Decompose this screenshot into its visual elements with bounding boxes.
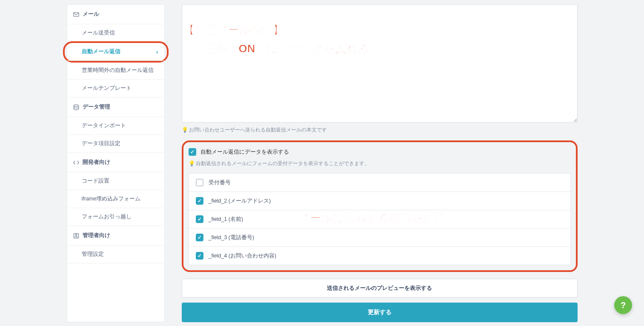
chevron-right-icon: › [156, 49, 158, 55]
nav-item-data-fields[interactable]: データ項目設定 [67, 135, 164, 153]
field-row-field2[interactable]: _field_2 (メールアドレス) [189, 192, 570, 210]
help-icon: ? [621, 300, 626, 310]
main-content: 【自動メール返信】の 「自動返信ON」にチェックを入れる 💡お問い合わせユーザー… [182, 4, 578, 322]
field-label: 受付番号 [209, 179, 231, 186]
field-checkbox[interactable] [196, 234, 203, 241]
nav-item-dev-iframe[interactable]: iframe埋め込みフォーム [67, 190, 164, 208]
nav-item-mail-afterhours[interactable]: 営業時間外の自動メール返信 [67, 62, 164, 80]
field-checkbox[interactable] [196, 252, 203, 260]
nav-item-mail-autoreply[interactable]: 自動メール返信 › [67, 43, 164, 61]
admin-icon [73, 233, 79, 239]
field-row-receipt[interactable]: 受付番号 [189, 174, 570, 192]
nav-section-label: 開発者向け [83, 159, 110, 166]
show-data-row[interactable]: 自動メール返信にデータを表示する [189, 146, 571, 157]
nav-item-data-import[interactable]: データインポート [67, 117, 164, 135]
nav-item-label: データ項目設定 [82, 140, 120, 147]
field-label: _field_3 (電話番号) [209, 234, 255, 241]
code-icon [73, 160, 79, 165]
update-button[interactable]: 更新する [182, 303, 578, 322]
field-row-field3[interactable]: _field_3 (電話番号) [189, 229, 570, 247]
bulb-icon: 💡 [182, 127, 188, 133]
nav-item-label: iframe埋め込みフォーム [82, 195, 141, 203]
nav-item-label: フォームお引っ越し [82, 213, 132, 220]
bulb-icon: 💡 [189, 160, 195, 166]
show-data-hint: 💡自動返信されるメールにフォームの受付データを表示することができます。 [189, 160, 571, 167]
show-data-label: 自動メール返信にデータを表示する [200, 148, 289, 156]
preview-button[interactable]: 送信されるメールのプレビューを表示する [182, 279, 578, 297]
help-fab[interactable]: ? [614, 296, 632, 314]
preview-button-label: 送信されるメールのプレビューを表示する [327, 285, 432, 291]
field-checkbox[interactable] [196, 215, 203, 223]
mail-icon [73, 12, 79, 17]
nav-item-label: 管理設定 [82, 251, 104, 258]
nav-section-data[interactable]: データ管理 [67, 97, 164, 117]
nav-item-label: コード設置 [82, 177, 109, 185]
fields-table: 受付番号 _field_2 (メールアドレス) _field_1 (名前) _f… [189, 173, 571, 265]
nav-section-admin[interactable]: 管理者向け [67, 226, 164, 246]
svg-point-1 [74, 105, 78, 106]
field-row-field4[interactable]: _field_4 (お問い合わせ内容) [189, 247, 570, 265]
annotation-box-fields: 自動メール返信にデータを表示する 💡自動返信されるメールにフォームの受付データを… [182, 140, 578, 272]
svg-point-3 [75, 234, 77, 235]
nav-item-mail-sendrecv[interactable]: メール送受信 [67, 24, 164, 42]
nav-item-dev-migrate[interactable]: フォームお引っ越し [67, 208, 164, 226]
nav-section-dev[interactable]: 開発者向け [67, 153, 164, 172]
autoreply-body-textarea[interactable] [182, 4, 578, 123]
show-data-hint-text: 自動返信されるメールにフォームの受付データを表示することができます。 [196, 160, 369, 166]
nav-section-label: 管理者向け [83, 232, 110, 239]
field-row-field1[interactable]: _field_1 (名前) [189, 210, 570, 229]
update-button-label: 更新する [368, 309, 392, 315]
show-data-checkbox[interactable] [189, 148, 196, 156]
nav-section-mail[interactable]: メール [67, 5, 164, 24]
nav-section-label: メール [83, 11, 99, 18]
nav-item-label: メールテンプレート [82, 85, 132, 92]
nav-item-admin-settings[interactable]: 管理設定 [67, 246, 164, 263]
nav-item-label: メール送受信 [82, 29, 115, 37]
field-label: _field_4 (お問い合わせ内容) [209, 252, 277, 260]
body-hint-text: お問い合わせユーザーへ送られる自動返信メールの本文です [189, 127, 327, 133]
nav-item-mail-templates[interactable]: メールテンプレート [67, 80, 164, 97]
field-label: _field_1 (名前) [209, 216, 243, 223]
database-icon [73, 104, 79, 110]
field-checkbox[interactable] [196, 197, 203, 205]
nav-item-label: データインポート [82, 122, 126, 129]
field-label: _field_2 (メールアドレス) [209, 197, 271, 205]
nav-item-label: 自動メール返信 [82, 48, 120, 55]
svg-rect-0 [73, 12, 79, 16]
annotation-oval-autoreply: 自動メール返信 › [63, 41, 169, 63]
field-checkbox[interactable] [196, 179, 203, 186]
nav-section-label: データ管理 [83, 103, 110, 111]
nav-item-label: 営業時間外の自動メール返信 [82, 67, 154, 74]
nav-item-dev-code[interactable]: コード設置 [67, 172, 164, 190]
body-hint: 💡お問い合わせユーザーへ送られる自動返信メールの本文です [182, 126, 578, 134]
sidebar: メール メール送受信 自動メール返信 › 営業時間外の自動メール返信 メールテン… [67, 4, 165, 322]
